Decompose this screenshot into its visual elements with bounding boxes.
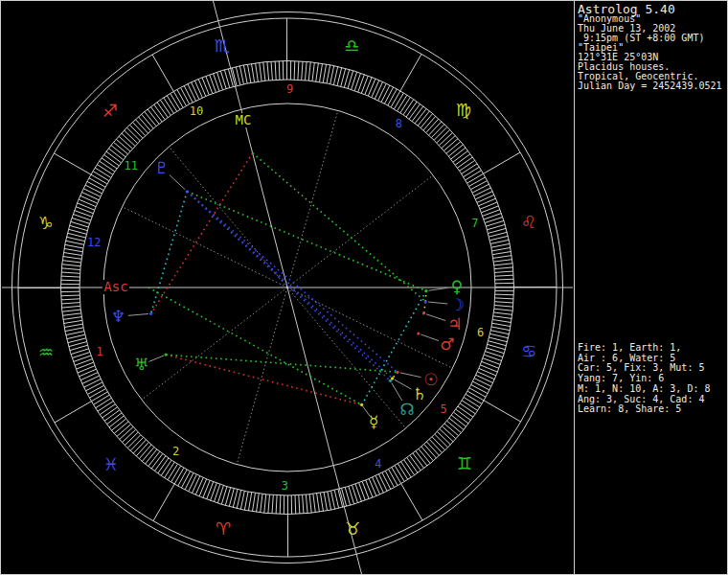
window-border <box>0 0 728 575</box>
astrolog-window: ♈♉♊♋♌♍♎♏♐♑♒♓ 123456789101112 ☉☽☿♀♂♃♄♅♆♇☊… <box>0 0 728 575</box>
